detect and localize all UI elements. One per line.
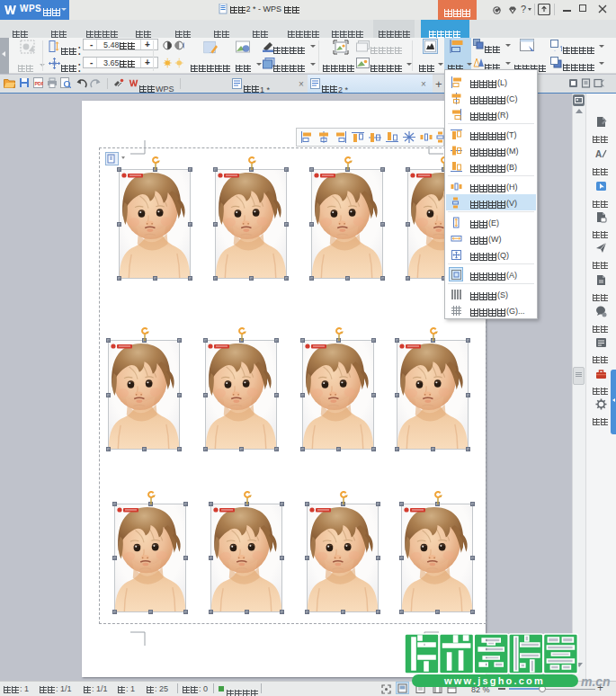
svg-text:A: A: [595, 149, 602, 159]
svg-text:m.cn: m.cn: [581, 674, 611, 689]
svg-text:PDF: PDF: [34, 81, 43, 86]
svg-text:www.jsgho.com: www.jsgho.com: [443, 675, 545, 686]
